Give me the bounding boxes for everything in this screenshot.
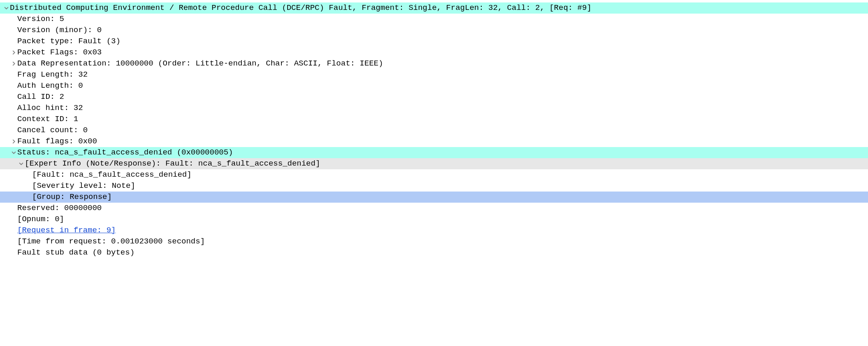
field-version-row[interactable]: Version: 5 — [0, 14, 868, 25]
chevron-right-icon[interactable] — [10, 61, 17, 66]
field-opnum-row[interactable]: [Opnum: 0] — [0, 214, 868, 225]
field-packet-flags: Packet Flags: 0x03 — [17, 47, 868, 58]
field-fault-flags: Fault flags: 0x00 — [17, 136, 868, 147]
field-frag-length: Frag Length: 32 — [17, 69, 868, 80]
field-cancel-count: Cancel count: 0 — [17, 125, 868, 136]
field-alloc-hint-row[interactable]: Alloc hint: 32 — [0, 103, 868, 114]
field-data-repr-row[interactable]: Data Representation: 10000000 (Order: Li… — [0, 58, 868, 69]
expert-group: [Group: Response] — [32, 192, 868, 203]
field-alloc-hint: Alloc hint: 32 — [17, 103, 868, 114]
field-auth-length: Auth Length: 0 — [17, 80, 868, 91]
chevron-down-icon[interactable] — [10, 150, 17, 155]
field-fault-stub-row[interactable]: Fault stub data (0 bytes) — [0, 247, 868, 258]
field-packet-flags-row[interactable]: Packet Flags: 0x03 — [0, 47, 868, 58]
expert-info-header: [Expert Info (Note/Response): Fault: nca… — [25, 158, 868, 169]
expert-fault-row[interactable]: [Fault: nca_s_fault_access_denied] — [0, 169, 868, 180]
chevron-right-icon[interactable] — [10, 139, 17, 144]
field-context-id: Context ID: 1 — [17, 114, 868, 125]
field-fault-stub: Fault stub data (0 bytes) — [17, 247, 868, 258]
packet-details-pane: Distributed Computing Environment / Remo… — [0, 0, 868, 261]
field-status-row[interactable]: Status: nca_s_fault_access_denied (0x000… — [0, 147, 868, 158]
field-auth-length-row[interactable]: Auth Length: 0 — [0, 80, 868, 91]
field-packet-type: Packet type: Fault (3) — [17, 36, 868, 47]
request-in-frame-link[interactable]: [Request in frame: 9] — [17, 226, 116, 235]
field-opnum: [Opnum: 0] — [17, 214, 868, 225]
expert-fault: [Fault: nca_s_fault_access_denied] — [32, 169, 868, 180]
field-packet-type-row[interactable]: Packet type: Fault (3) — [0, 36, 868, 47]
field-frag-length-row[interactable]: Frag Length: 32 — [0, 69, 868, 80]
field-cancel-count-row[interactable]: Cancel count: 0 — [0, 125, 868, 136]
expert-info-row[interactable]: [Expert Info (Note/Response): Fault: nca… — [0, 158, 868, 169]
chevron-down-icon[interactable] — [17, 161, 25, 166]
field-time-from-request-row[interactable]: [Time from request: 0.001023000 seconds] — [0, 236, 868, 247]
field-version-minor-row[interactable]: Version (minor): 0 — [0, 25, 868, 36]
field-version: Version: 5 — [17, 14, 868, 25]
protocol-header: Distributed Computing Environment / Remo… — [10, 2, 868, 14]
protocol-header-row[interactable]: Distributed Computing Environment / Remo… — [0, 2, 868, 14]
field-context-id-row[interactable]: Context ID: 1 — [0, 114, 868, 125]
expert-severity-row[interactable]: [Severity level: Note] — [0, 180, 868, 192]
field-reserved: Reserved: 00000000 — [17, 203, 868, 214]
field-call-id: Call ID: 2 — [17, 91, 868, 103]
field-fault-flags-row[interactable]: Fault flags: 0x00 — [0, 136, 868, 147]
chevron-down-icon[interactable] — [2, 6, 10, 10]
field-reserved-row[interactable]: Reserved: 00000000 — [0, 203, 868, 214]
field-data-repr: Data Representation: 10000000 (Order: Li… — [17, 58, 868, 69]
field-call-id-row[interactable]: Call ID: 2 — [0, 91, 868, 103]
field-time-from-request: [Time from request: 0.001023000 seconds] — [17, 236, 868, 247]
field-status: Status: nca_s_fault_access_denied (0x000… — [17, 147, 868, 158]
expert-group-row[interactable]: [Group: Response] — [0, 192, 868, 203]
chevron-right-icon[interactable] — [10, 50, 17, 55]
expert-severity: [Severity level: Note] — [32, 180, 868, 192]
field-request-frame-row[interactable]: [Request in frame: 9] — [0, 225, 868, 236]
field-version-minor: Version (minor): 0 — [17, 25, 868, 36]
